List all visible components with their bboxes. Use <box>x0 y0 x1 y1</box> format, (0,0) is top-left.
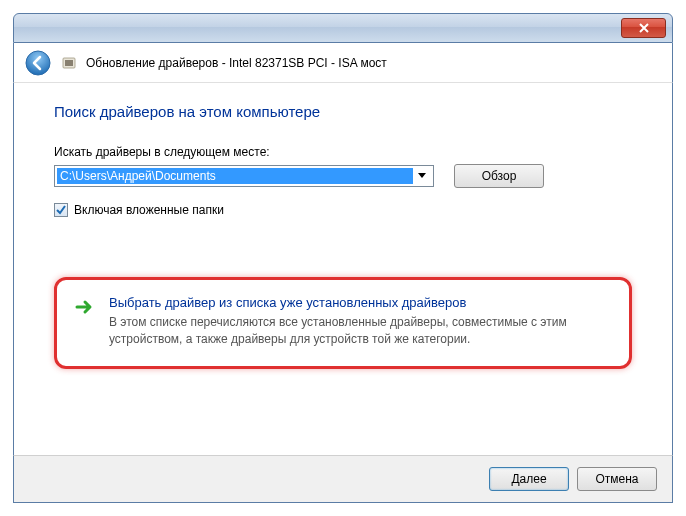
include-subfolders-row: Включая вложенные папки <box>54 203 632 217</box>
titlebar <box>13 13 673 43</box>
content-area: Поиск драйверов на этом компьютере Искат… <box>13 83 673 455</box>
option-description: В этом списке перечисляются все установл… <box>109 314 611 348</box>
browse-button[interactable]: Обзор <box>454 164 544 188</box>
close-icon <box>638 22 650 34</box>
next-button[interactable]: Далее <box>489 467 569 491</box>
path-combobox[interactable]: C:\Users\Андрей\Documents <box>54 165 434 187</box>
wizard-window: Обновление драйверов - Intel 82371SB PCI… <box>13 13 673 503</box>
path-value: C:\Users\Андрей\Documents <box>57 168 413 184</box>
back-arrow-icon <box>25 50 51 76</box>
footer-bar: Далее Отмена <box>13 455 673 503</box>
option-arrow-icon <box>75 297 97 319</box>
checkmark-icon <box>56 205 66 215</box>
chevron-down-icon <box>418 173 426 179</box>
window-title: Обновление драйверов - Intel 82371SB PCI… <box>86 56 387 70</box>
header-bar: Обновление драйверов - Intel 82371SB PCI… <box>13 43 673 83</box>
back-button[interactable] <box>24 49 52 77</box>
device-icon <box>60 54 78 72</box>
cancel-button[interactable]: Отмена <box>577 467 657 491</box>
include-subfolders-checkbox[interactable] <box>54 203 68 217</box>
path-row: C:\Users\Андрей\Documents Обзор <box>54 164 632 188</box>
svg-rect-2 <box>65 60 73 66</box>
include-subfolders-label: Включая вложенные папки <box>74 203 224 217</box>
option-title: Выбрать драйвер из списка уже установлен… <box>109 295 611 310</box>
svg-point-0 <box>26 51 50 75</box>
pick-from-list-option[interactable]: Выбрать драйвер из списка уже установлен… <box>54 277 632 369</box>
page-heading: Поиск драйверов на этом компьютере <box>54 103 632 120</box>
option-text: Выбрать драйвер из списка уже установлен… <box>109 295 611 348</box>
search-path-label: Искать драйверы в следующем месте: <box>54 145 632 159</box>
dropdown-arrow[interactable] <box>413 166 431 186</box>
close-button[interactable] <box>621 18 666 38</box>
